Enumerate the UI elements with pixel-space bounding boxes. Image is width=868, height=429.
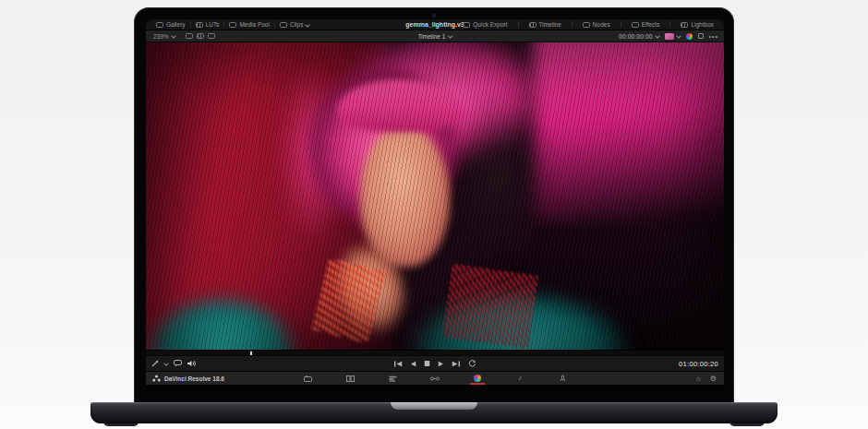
export-icon [463, 22, 470, 28]
volume-icon[interactable] [187, 360, 197, 367]
loop-playback-button[interactable] [469, 360, 476, 367]
viewer-zoom-select[interactable]: 239% [151, 30, 180, 42]
media-page-icon [304, 375, 312, 382]
app-version-label: DaVinci Resolve 18.6 [164, 375, 224, 382]
media-pool-label: Media Pool [239, 21, 270, 28]
cut-page-button[interactable] [343, 372, 357, 385]
davinci-resolve-window: Gallery LUTs Media Pool Clips [146, 19, 724, 391]
chevron-down-icon [656, 34, 659, 38]
edit-page-icon [389, 375, 397, 382]
color-page-icon [474, 375, 481, 382]
deliver-page-button[interactable] [555, 372, 570, 385]
toolbar-divider [621, 21, 621, 28]
annotation-icon[interactable] [174, 360, 182, 367]
viewer-toolbar: 239% Timeline 1 00:00:00:00 [146, 30, 724, 42]
lightbox-icon [681, 22, 688, 28]
viewer-image [146, 42, 724, 350]
project-settings-gear-button[interactable]: ⚙ [710, 375, 717, 383]
page-status-bar: DaVinci Resolve 18.6 [146, 371, 724, 385]
app-version: DaVinci Resolve 18.6 [152, 375, 224, 382]
more-options-button[interactable]: ••• [709, 33, 718, 40]
fusion-page-button[interactable] [428, 372, 442, 385]
record-timecode: 01:00:00:20 [679, 360, 718, 368]
deliver-page-icon [560, 375, 566, 382]
viewer-toolbar-right: 00:00:00:00 ••• [619, 33, 718, 40]
quick-export-button[interactable]: Quick Export [458, 21, 512, 28]
cut-page-icon [346, 375, 355, 382]
skip-to-start-button[interactable] [394, 361, 403, 367]
source-timecode: 00:00:00:00 [619, 33, 653, 40]
nodes-button[interactable]: Nodes [578, 21, 615, 28]
webcam-icon [432, 14, 436, 18]
fusion-page-icon [430, 375, 440, 382]
chevron-down-icon [306, 23, 309, 27]
page-tabs: ♪ [300, 372, 570, 385]
active-page-underline [470, 383, 485, 385]
media-pool-button[interactable]: Media Pool [224, 19, 274, 30]
toolbar-divider [572, 21, 573, 28]
chevron-down-icon [448, 34, 452, 38]
media-page-button[interactable] [300, 372, 315, 385]
chevron-down-icon [164, 362, 168, 365]
viewer-tool-toggle-2[interactable] [197, 33, 204, 39]
macbook-lid: Gallery LUTs Media Pool Clips [134, 7, 734, 403]
luts-label: LUTs [206, 21, 220, 28]
project-title: gemma_lighting.v3 [405, 21, 464, 28]
timeline-label: Timeline [539, 21, 561, 28]
stop-button[interactable] [425, 361, 430, 366]
play-reverse-button[interactable] [411, 361, 416, 367]
chevron-down-icon [172, 34, 175, 38]
gallery-button[interactable]: Gallery [151, 19, 190, 30]
display-bottom-bezel [146, 385, 724, 391]
page-background: Gallery LUTs Media Pool Clips [0, 0, 868, 429]
lid-opening-notch [391, 402, 477, 410]
color-wheel-icon[interactable] [686, 33, 693, 40]
chevron-down-icon [677, 34, 681, 38]
skip-to-end-button[interactable] [452, 361, 461, 367]
status-bar-right: ⌂ ⚙ [696, 375, 717, 383]
lightbox-button[interactable]: Lightbox [676, 21, 718, 28]
edit-page-button[interactable] [385, 372, 400, 385]
fairlight-page-button[interactable]: ♪ [512, 372, 527, 385]
monitor-icon [665, 33, 674, 40]
timeline-icon [529, 22, 536, 28]
viewer-zoom-value: 239% [153, 33, 169, 40]
top-toolbar: Gallery LUTs Media Pool Clips [146, 19, 724, 30]
quick-export-label: Quick Export [473, 21, 507, 28]
play-button[interactable] [439, 361, 444, 367]
effects-button[interactable]: Effects [627, 21, 665, 28]
transport-bar: 01:00:00:20 [146, 355, 724, 371]
expand-viewer-icon[interactable] [698, 33, 704, 39]
viewer-tool-toggle-1[interactable] [186, 33, 193, 39]
transport-controls [394, 360, 476, 367]
nodes-label: Nodes [593, 21, 610, 28]
toolbar-divider [669, 21, 670, 28]
top-toolbar-right: Quick Export Timeline Nodes [458, 21, 718, 28]
viewer-tool-toggle-3[interactable] [208, 33, 215, 39]
draw-tool-button[interactable] [151, 360, 159, 367]
source-timecode-dropdown[interactable]: 00:00:00:00 [619, 33, 659, 40]
nodes-icon [583, 22, 590, 28]
fairlight-page-icon: ♪ [518, 375, 522, 382]
color-page-button[interactable] [470, 372, 485, 385]
luts-button[interactable]: LUTs [191, 19, 224, 30]
gallery-icon [156, 22, 163, 28]
project-manager-home-button[interactable]: ⌂ [696, 375, 701, 383]
viewer-tools [151, 360, 197, 367]
clips-icon [280, 22, 287, 28]
luts-icon [196, 22, 203, 28]
clips-button[interactable]: Clips [275, 19, 314, 30]
macbook-base [90, 402, 778, 423]
monitor-select[interactable] [665, 33, 681, 40]
toolbar-divider [518, 21, 519, 28]
gallery-label: Gallery [166, 21, 186, 28]
lightbox-label: Lightbox [691, 21, 714, 28]
timeline-selector[interactable]: Timeline 1 [418, 33, 452, 40]
timeline-selector-label: Timeline 1 [418, 33, 446, 40]
photo-vignette [146, 42, 724, 350]
timeline-button[interactable]: Timeline [524, 21, 566, 28]
davinci-resolve-logo [152, 375, 161, 382]
effects-label: Effects [642, 21, 660, 28]
effects-icon [632, 22, 639, 28]
media-pool-icon [229, 22, 236, 28]
